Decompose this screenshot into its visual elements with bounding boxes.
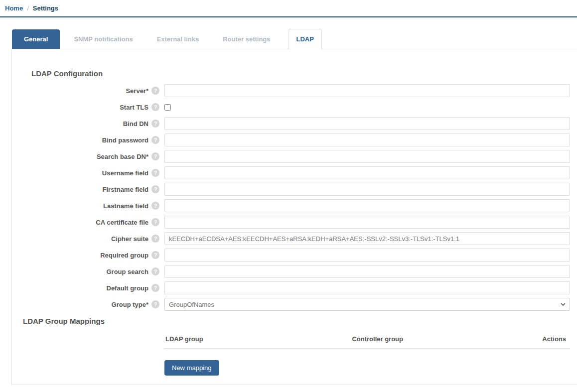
field-label-start-tls: Start TLS	[120, 104, 148, 111]
group-mappings-table: LDAP group Controller group Actions	[164, 331, 570, 349]
firstname-field-input[interactable]	[164, 183, 570, 196]
group-type-select[interactable]: GroupOfNames	[164, 298, 570, 311]
form-row-group-type: Group type* ? GroupOfNames	[18, 298, 571, 311]
ca-certificate-file-input[interactable]	[164, 216, 570, 229]
username-field-input[interactable]	[164, 166, 570, 179]
field-label-bind-dn: Bind DN	[123, 120, 148, 128]
tab-ldap[interactable]: LDAP	[288, 29, 322, 49]
help-icon[interactable]: ?	[151, 218, 159, 226]
breadcrumb-current-page: Settings	[33, 4, 58, 12]
group-type-selected-value: GroupOfNames	[169, 301, 214, 308]
form-row-cipher-suite: Cipher suite ?	[18, 232, 571, 245]
help-icon[interactable]: ?	[151, 103, 159, 111]
field-label-default-group: Default group	[107, 284, 149, 292]
field-label-server: Server*	[126, 87, 148, 95]
breadcrumb: Home / Settings	[0, 0, 577, 17]
search-base-dn-input[interactable]	[164, 150, 570, 163]
column-header-controller-group: Controller group	[351, 331, 529, 349]
breadcrumb-separator: /	[27, 4, 29, 12]
help-icon[interactable]: ?	[151, 251, 159, 259]
form-row-required-group: Required group ?	[18, 249, 571, 261]
chevron-down-icon	[561, 303, 566, 306]
form-row-ca-certificate-file: CA certificate file ?	[18, 216, 571, 229]
column-header-ldap-group: LDAP group	[164, 331, 351, 349]
help-icon[interactable]: ?	[151, 136, 159, 144]
start-tls-checkbox[interactable]	[164, 104, 171, 111]
form-row-default-group: Default group ?	[18, 281, 571, 294]
ldap-settings-panel: LDAP Configuration Server* ? Start TLS ?…	[11, 49, 577, 385]
tab-snmp-notifications[interactable]: SNMP notifications	[68, 29, 139, 49]
required-group-input[interactable]	[164, 249, 570, 261]
help-icon[interactable]: ?	[151, 300, 159, 308]
settings-tabbar: General SNMP notifications External link…	[12, 29, 577, 49]
group-search-input[interactable]	[164, 265, 570, 278]
form-row-firstname-field: Firstname field ?	[18, 183, 571, 196]
field-label-bind-password: Bind password	[102, 136, 148, 144]
bind-dn-input[interactable]	[164, 117, 570, 130]
form-row-username-field: Username field ?	[18, 166, 571, 179]
help-icon[interactable]: ?	[151, 284, 159, 292]
tab-router-settings[interactable]: Router settings	[217, 29, 276, 49]
form-row-start-tls: Start TLS ?	[18, 101, 571, 114]
help-icon[interactable]: ?	[151, 185, 159, 193]
field-label-required-group: Required group	[100, 252, 148, 259]
tab-external-links[interactable]: External links	[151, 29, 205, 49]
cipher-suite-input[interactable]	[164, 232, 570, 245]
help-icon[interactable]: ?	[151, 120, 159, 128]
field-label-ca-certificate-file: CA certificate file	[96, 219, 148, 226]
help-icon[interactable]: ?	[151, 267, 159, 275]
field-label-firstname-field: Firstname field	[103, 186, 148, 193]
form-row-search-base-dn: Search base DN* ?	[18, 150, 571, 163]
form-row-lastname-field: Lastname field ?	[18, 199, 571, 212]
ldap-configuration-title: LDAP Configuration	[31, 69, 571, 78]
bind-password-input[interactable]	[164, 133, 570, 146]
help-icon[interactable]: ?	[151, 169, 159, 177]
help-icon[interactable]: ?	[151, 152, 159, 160]
field-label-lastname-field: Lastname field	[103, 202, 148, 210]
breadcrumb-home-link[interactable]: Home	[5, 4, 23, 12]
field-label-username-field: Username field	[102, 169, 148, 177]
server-input[interactable]	[164, 84, 570, 97]
ldap-group-mappings-title: LDAP Group Mappings	[23, 317, 571, 326]
field-label-group-search: Group search	[106, 268, 148, 275]
new-mapping-button[interactable]: New mapping	[164, 360, 219, 376]
field-label-cipher-suite: Cipher suite	[111, 235, 148, 243]
form-row-group-search: Group search ?	[18, 265, 571, 278]
help-icon[interactable]: ?	[151, 235, 159, 243]
field-label-search-base-dn: Search base DN*	[97, 153, 148, 160]
column-header-actions: Actions	[530, 331, 570, 349]
form-row-bind-dn: Bind DN ?	[18, 117, 571, 130]
lastname-field-input[interactable]	[164, 199, 570, 212]
field-label-group-type: Group type*	[112, 301, 148, 308]
default-group-input[interactable]	[164, 281, 570, 294]
help-icon[interactable]: ?	[151, 202, 159, 210]
form-row-server: Server* ?	[18, 84, 571, 97]
form-row-bind-password: Bind password ?	[18, 133, 571, 146]
help-icon[interactable]: ?	[151, 87, 159, 95]
tab-general[interactable]: General	[12, 29, 60, 49]
